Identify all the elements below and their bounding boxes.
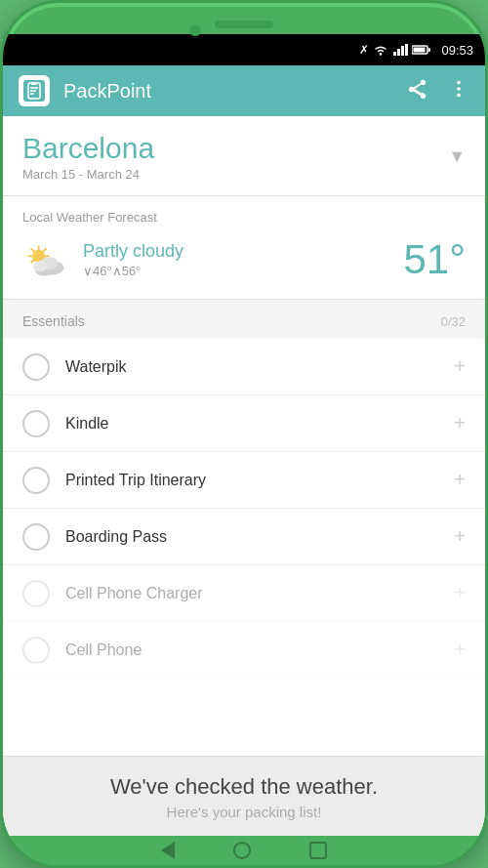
phone-bottom-bar [3, 836, 485, 865]
item-label-kindle: Kindle [65, 415, 438, 433]
svg-rect-9 [31, 82, 37, 85]
battery-icon [412, 44, 431, 56]
svg-point-15 [457, 93, 461, 97]
recents-button[interactable] [309, 842, 327, 859]
item-checkbox-cellphone [22, 637, 50, 664]
phone-frame: ✗ 09:53 [0, 0, 488, 868]
list-item: Kindle + [3, 395, 485, 452]
banner-main-text: We've checked the weather. [26, 774, 462, 800]
app-title: PackPoint [63, 80, 393, 103]
items-list: Waterpik + Kindle + Printed Trip Itinera… [3, 339, 485, 756]
essentials-count: 0/32 [441, 314, 466, 329]
svg-line-23 [43, 249, 46, 252]
list-item: Boarding Pass + [3, 509, 485, 565]
item-add-cellphone: + [454, 639, 466, 661]
svg-rect-3 [401, 46, 404, 56]
back-button[interactable] [161, 842, 175, 859]
phone-camera [189, 24, 201, 36]
trip-header: Barcelona March 15 - March 24 ▼ [3, 116, 485, 196]
item-add-charger: + [454, 582, 466, 604]
essentials-label: Essentials [22, 313, 85, 329]
bottom-banner: We've checked the weather. Here's your p… [3, 756, 485, 836]
bluetooth-icon: ✗ [359, 43, 369, 57]
wifi-icon [373, 44, 388, 56]
status-bar: ✗ 09:53 [3, 34, 485, 65]
svg-rect-7 [428, 48, 430, 52]
item-checkbox-kindle[interactable] [22, 410, 50, 437]
svg-rect-2 [397, 49, 400, 56]
item-add-kindle[interactable]: + [454, 412, 466, 434]
weather-condition: Partly cloudy [83, 241, 183, 262]
list-item: Printed Trip Itinerary + [3, 452, 485, 509]
phone-speaker [215, 21, 273, 28]
list-item: Waterpik + [3, 339, 485, 395]
home-button[interactable] [233, 842, 251, 859]
item-checkbox-boarding[interactable] [22, 523, 50, 551]
share-icon[interactable] [407, 78, 428, 104]
svg-point-14 [457, 87, 461, 91]
item-label-cellphone: Cell Phone [65, 641, 438, 659]
svg-rect-1 [393, 52, 396, 56]
svg-point-28 [33, 261, 48, 271]
weather-temperature: 51° [403, 236, 466, 283]
list-item: Cell Phone Charger + [3, 565, 485, 622]
item-label-charger: Cell Phone Charger [65, 585, 438, 602]
signal-icon [392, 44, 408, 56]
svg-rect-4 [405, 44, 408, 56]
item-checkbox-waterpik[interactable] [22, 353, 50, 381]
svg-line-21 [31, 249, 34, 252]
city-dropdown-arrow[interactable]: ▼ [448, 146, 466, 167]
weather-section: Local Weather Forecast [3, 196, 485, 300]
partly-cloudy-icon [22, 242, 69, 277]
essentials-header: Essentials 0/32 [3, 300, 485, 339]
item-checkbox-itinerary[interactable] [22, 467, 50, 494]
weather-row: Partly cloudy ∨46°∧56° 51° [22, 236, 466, 283]
svg-point-13 [457, 80, 461, 84]
weather-desc: Partly cloudy ∨46°∧56° [83, 241, 183, 278]
trip-dates: March 15 - March 24 [22, 167, 154, 182]
screen-content: Barcelona March 15 - March 24 ▼ Local We… [3, 116, 485, 836]
svg-line-24 [31, 260, 34, 263]
item-add-itinerary[interactable]: + [454, 469, 466, 491]
item-checkbox-charger [22, 580, 50, 607]
weather-left: Partly cloudy ∨46°∧56° [22, 241, 183, 278]
item-label-itinerary: Printed Trip Itinerary [65, 472, 438, 489]
trip-city: Barcelona [22, 132, 154, 165]
list-item: Cell Phone + [3, 622, 485, 679]
status-time: 09:53 [441, 43, 473, 58]
more-vert-icon[interactable] [448, 78, 469, 104]
app-logo-icon [23, 80, 45, 102]
item-label-waterpik: Waterpik [65, 358, 438, 376]
status-icons: ✗ [359, 43, 431, 57]
item-add-boarding[interactable]: + [454, 525, 466, 548]
trip-info: Barcelona March 15 - March 24 [22, 132, 154, 182]
app-logo-box [19, 75, 50, 106]
app-bar: PackPoint [3, 65, 485, 116]
item-label-boarding: Boarding Pass [65, 528, 438, 546]
item-add-waterpik[interactable]: + [454, 355, 466, 378]
banner-sub-text: Here's your packing list! [26, 804, 462, 820]
weather-temp-range: ∨46°∧56° [83, 264, 183, 278]
app-bar-actions [407, 78, 469, 104]
weather-label: Local Weather Forecast [22, 210, 466, 225]
svg-rect-6 [414, 48, 426, 53]
svg-point-0 [380, 53, 382, 55]
